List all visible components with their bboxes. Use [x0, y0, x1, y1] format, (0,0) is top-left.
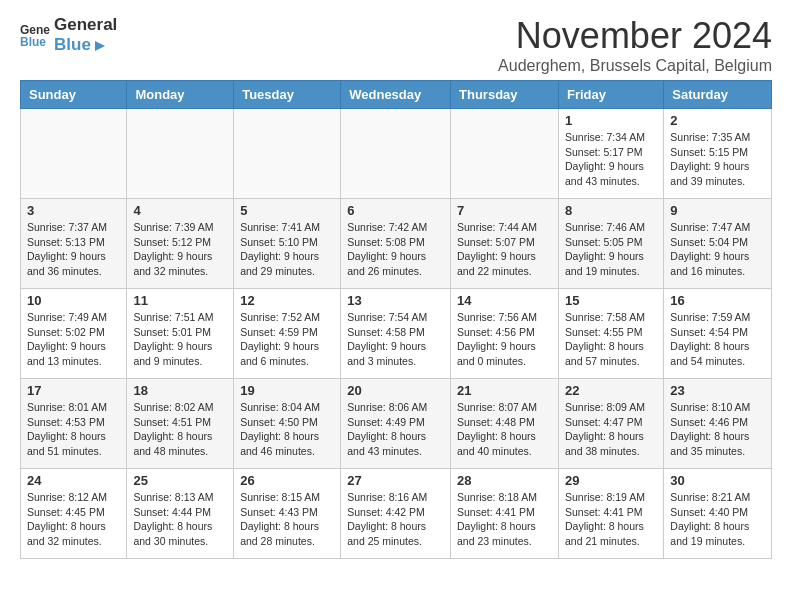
calendar-cell: 4Sunrise: 7:39 AM Sunset: 5:12 PM Daylig… — [127, 199, 234, 289]
calendar-cell: 7Sunrise: 7:44 AM Sunset: 5:07 PM Daylig… — [451, 199, 559, 289]
day-info: Sunrise: 8:06 AM Sunset: 4:49 PM Dayligh… — [347, 400, 444, 459]
day-number: 27 — [347, 473, 444, 488]
day-info: Sunrise: 7:41 AM Sunset: 5:10 PM Dayligh… — [240, 220, 334, 279]
day-info: Sunrise: 8:19 AM Sunset: 4:41 PM Dayligh… — [565, 490, 657, 549]
calendar-cell: 24Sunrise: 8:12 AM Sunset: 4:45 PM Dayli… — [21, 469, 127, 559]
day-number: 19 — [240, 383, 334, 398]
day-info: Sunrise: 7:46 AM Sunset: 5:05 PM Dayligh… — [565, 220, 657, 279]
day-info: Sunrise: 8:12 AM Sunset: 4:45 PM Dayligh… — [27, 490, 120, 549]
day-info: Sunrise: 7:35 AM Sunset: 5:15 PM Dayligh… — [670, 130, 765, 189]
day-number: 7 — [457, 203, 552, 218]
day-number: 23 — [670, 383, 765, 398]
day-number: 10 — [27, 293, 120, 308]
day-info: Sunrise: 7:59 AM Sunset: 4:54 PM Dayligh… — [670, 310, 765, 369]
day-number: 15 — [565, 293, 657, 308]
calendar-cell: 22Sunrise: 8:09 AM Sunset: 4:47 PM Dayli… — [558, 379, 663, 469]
day-number: 22 — [565, 383, 657, 398]
calendar-cell: 6Sunrise: 7:42 AM Sunset: 5:08 PM Daylig… — [341, 199, 451, 289]
calendar-wrapper: SundayMondayTuesdayWednesdayThursdayFrid… — [0, 80, 792, 569]
day-info: Sunrise: 7:56 AM Sunset: 4:56 PM Dayligh… — [457, 310, 552, 369]
day-number: 14 — [457, 293, 552, 308]
calendar-cell — [234, 109, 341, 199]
title-section: November 2024 Auderghem, Brussels Capita… — [498, 15, 772, 75]
calendar-cell: 5Sunrise: 7:41 AM Sunset: 5:10 PM Daylig… — [234, 199, 341, 289]
day-number: 9 — [670, 203, 765, 218]
header: General Blue General Blue November 2024 … — [0, 0, 792, 80]
location-subtitle: Auderghem, Brussels Capital, Belgium — [498, 57, 772, 75]
day-info: Sunrise: 7:54 AM Sunset: 4:58 PM Dayligh… — [347, 310, 444, 369]
day-info: Sunrise: 7:49 AM Sunset: 5:02 PM Dayligh… — [27, 310, 120, 369]
calendar-cell — [21, 109, 127, 199]
week-row-1: 1Sunrise: 7:34 AM Sunset: 5:17 PM Daylig… — [21, 109, 772, 199]
calendar-cell: 26Sunrise: 8:15 AM Sunset: 4:43 PM Dayli… — [234, 469, 341, 559]
calendar-cell: 29Sunrise: 8:19 AM Sunset: 4:41 PM Dayli… — [558, 469, 663, 559]
calendar-table: SundayMondayTuesdayWednesdayThursdayFrid… — [20, 80, 772, 559]
day-number: 11 — [133, 293, 227, 308]
calendar-cell: 8Sunrise: 7:46 AM Sunset: 5:05 PM Daylig… — [558, 199, 663, 289]
day-info: Sunrise: 7:34 AM Sunset: 5:17 PM Dayligh… — [565, 130, 657, 189]
calendar-cell: 10Sunrise: 7:49 AM Sunset: 5:02 PM Dayli… — [21, 289, 127, 379]
week-row-2: 3Sunrise: 7:37 AM Sunset: 5:13 PM Daylig… — [21, 199, 772, 289]
day-info: Sunrise: 8:07 AM Sunset: 4:48 PM Dayligh… — [457, 400, 552, 459]
calendar-cell: 18Sunrise: 8:02 AM Sunset: 4:51 PM Dayli… — [127, 379, 234, 469]
day-info: Sunrise: 8:09 AM Sunset: 4:47 PM Dayligh… — [565, 400, 657, 459]
calendar-cell: 15Sunrise: 7:58 AM Sunset: 4:55 PM Dayli… — [558, 289, 663, 379]
day-number: 17 — [27, 383, 120, 398]
day-number: 18 — [133, 383, 227, 398]
calendar-cell: 25Sunrise: 8:13 AM Sunset: 4:44 PM Dayli… — [127, 469, 234, 559]
weekday-header-monday: Monday — [127, 81, 234, 109]
day-number: 13 — [347, 293, 444, 308]
calendar-cell: 30Sunrise: 8:21 AM Sunset: 4:40 PM Dayli… — [664, 469, 772, 559]
calendar-cell: 17Sunrise: 8:01 AM Sunset: 4:53 PM Dayli… — [21, 379, 127, 469]
day-info: Sunrise: 8:04 AM Sunset: 4:50 PM Dayligh… — [240, 400, 334, 459]
day-number: 3 — [27, 203, 120, 218]
day-number: 25 — [133, 473, 227, 488]
day-info: Sunrise: 7:47 AM Sunset: 5:04 PM Dayligh… — [670, 220, 765, 279]
logo-blue: Blue — [54, 35, 117, 55]
day-info: Sunrise: 8:21 AM Sunset: 4:40 PM Dayligh… — [670, 490, 765, 549]
calendar-cell — [341, 109, 451, 199]
month-title: November 2024 — [498, 15, 772, 57]
day-info: Sunrise: 7:37 AM Sunset: 5:13 PM Dayligh… — [27, 220, 120, 279]
day-number: 6 — [347, 203, 444, 218]
day-info: Sunrise: 8:15 AM Sunset: 4:43 PM Dayligh… — [240, 490, 334, 549]
logo: General Blue General Blue — [20, 15, 117, 56]
day-info: Sunrise: 7:39 AM Sunset: 5:12 PM Dayligh… — [133, 220, 227, 279]
calendar-cell: 12Sunrise: 7:52 AM Sunset: 4:59 PM Dayli… — [234, 289, 341, 379]
logo-icon: General Blue — [20, 20, 50, 50]
day-info: Sunrise: 7:44 AM Sunset: 5:07 PM Dayligh… — [457, 220, 552, 279]
logo-general: General — [54, 15, 117, 35]
svg-marker-3 — [95, 41, 105, 51]
calendar-cell — [127, 109, 234, 199]
day-info: Sunrise: 8:10 AM Sunset: 4:46 PM Dayligh… — [670, 400, 765, 459]
calendar-cell: 14Sunrise: 7:56 AM Sunset: 4:56 PM Dayli… — [451, 289, 559, 379]
day-number: 16 — [670, 293, 765, 308]
calendar-cell: 2Sunrise: 7:35 AM Sunset: 5:15 PM Daylig… — [664, 109, 772, 199]
weekday-header-sunday: Sunday — [21, 81, 127, 109]
day-info: Sunrise: 7:51 AM Sunset: 5:01 PM Dayligh… — [133, 310, 227, 369]
day-info: Sunrise: 8:01 AM Sunset: 4:53 PM Dayligh… — [27, 400, 120, 459]
calendar-cell: 16Sunrise: 7:59 AM Sunset: 4:54 PM Dayli… — [664, 289, 772, 379]
calendar-cell: 27Sunrise: 8:16 AM Sunset: 4:42 PM Dayli… — [341, 469, 451, 559]
day-info: Sunrise: 8:18 AM Sunset: 4:41 PM Dayligh… — [457, 490, 552, 549]
day-info: Sunrise: 8:02 AM Sunset: 4:51 PM Dayligh… — [133, 400, 227, 459]
day-number: 24 — [27, 473, 120, 488]
calendar-cell: 28Sunrise: 8:18 AM Sunset: 4:41 PM Dayli… — [451, 469, 559, 559]
day-info: Sunrise: 8:13 AM Sunset: 4:44 PM Dayligh… — [133, 490, 227, 549]
day-info: Sunrise: 7:52 AM Sunset: 4:59 PM Dayligh… — [240, 310, 334, 369]
calendar-cell: 9Sunrise: 7:47 AM Sunset: 5:04 PM Daylig… — [664, 199, 772, 289]
calendar-cell: 21Sunrise: 8:07 AM Sunset: 4:48 PM Dayli… — [451, 379, 559, 469]
calendar-cell: 19Sunrise: 8:04 AM Sunset: 4:50 PM Dayli… — [234, 379, 341, 469]
day-number: 26 — [240, 473, 334, 488]
calendar-cell: 23Sunrise: 8:10 AM Sunset: 4:46 PM Dayli… — [664, 379, 772, 469]
day-info: Sunrise: 7:42 AM Sunset: 5:08 PM Dayligh… — [347, 220, 444, 279]
day-number: 4 — [133, 203, 227, 218]
calendar-cell — [451, 109, 559, 199]
calendar-cell: 1Sunrise: 7:34 AM Sunset: 5:17 PM Daylig… — [558, 109, 663, 199]
weekday-header-thursday: Thursday — [451, 81, 559, 109]
week-row-5: 24Sunrise: 8:12 AM Sunset: 4:45 PM Dayli… — [21, 469, 772, 559]
day-info: Sunrise: 8:16 AM Sunset: 4:42 PM Dayligh… — [347, 490, 444, 549]
day-number: 12 — [240, 293, 334, 308]
day-info: Sunrise: 7:58 AM Sunset: 4:55 PM Dayligh… — [565, 310, 657, 369]
week-row-3: 10Sunrise: 7:49 AM Sunset: 5:02 PM Dayli… — [21, 289, 772, 379]
